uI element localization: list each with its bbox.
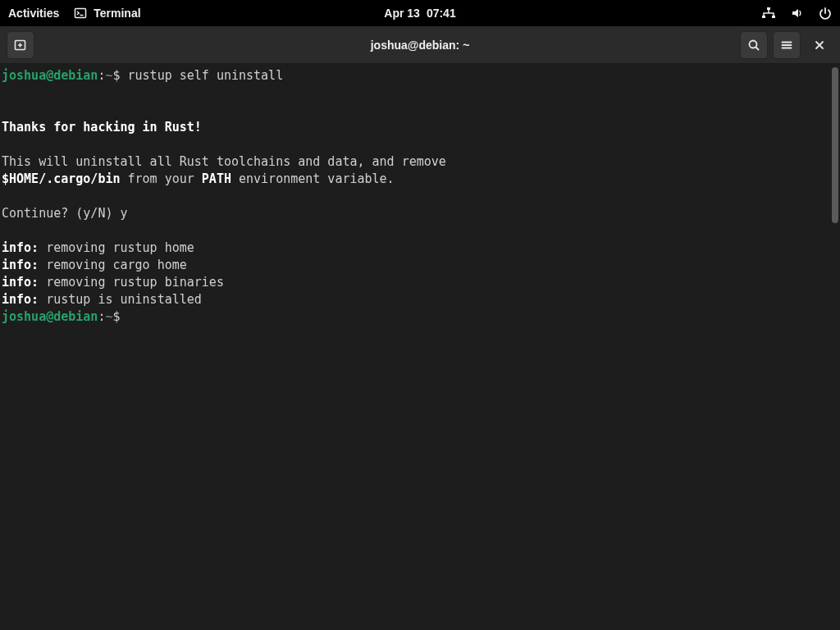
info-prefix-3: info: — [2, 275, 39, 290]
activities-button[interactable]: Activities — [8, 7, 59, 20]
topbar-time: 07:41 — [427, 7, 456, 20]
active-app-name: Terminal — [94, 7, 140, 20]
env-tail: environment variable. — [231, 171, 395, 186]
prompt-user-host-2: joshua@debian — [2, 309, 98, 324]
info-msg-3: removing rustup binaries — [39, 275, 224, 290]
prompt-user-host: joshua@debian — [2, 68, 98, 83]
search-button[interactable] — [740, 31, 768, 59]
topbar-date: Apr 13 — [384, 7, 420, 20]
cargo-bin-path: $HOME/.cargo/bin — [2, 171, 121, 186]
terminal-icon — [74, 7, 87, 20]
command-text: rustup self uninstall — [128, 68, 284, 83]
from-your: from your — [121, 171, 202, 186]
info-prefix-4: info: — [2, 292, 39, 307]
thanks-line: Thanks for hacking in Rust! — [2, 120, 202, 135]
continue-prompt: Continue? (y/N) y — [2, 206, 128, 221]
prompt-symbol-2: $ — [112, 309, 120, 324]
prompt-symbol: $ — [112, 68, 120, 83]
svg-rect-3 — [772, 16, 775, 18]
power-status-icon[interactable] — [819, 7, 832, 20]
terminal-viewport[interactable]: joshua@debian:~$ rustup self uninstall T… — [0, 64, 840, 630]
terminal-output: joshua@debian:~$ rustup self uninstall T… — [0, 64, 840, 329]
info-msg-2: removing cargo home — [39, 258, 187, 272]
clock-button[interactable]: Apr 13 07:41 — [384, 7, 455, 20]
svg-rect-2 — [762, 16, 765, 18]
scrollbar-thumb[interactable] — [832, 67, 838, 223]
menu-button[interactable] — [773, 31, 801, 59]
svg-rect-1 — [767, 7, 770, 10]
active-app-indicator[interactable]: Terminal — [74, 7, 140, 20]
svg-rect-0 — [75, 9, 86, 18]
gnome-top-bar: Activities Terminal Apr 13 07:41 — [0, 0, 840, 26]
close-icon — [814, 39, 825, 51]
info-prefix-2: info: — [2, 258, 39, 272]
new-tab-icon — [13, 38, 28, 52]
new-tab-button[interactable] — [7, 31, 34, 59]
path-word: PATH — [202, 171, 231, 186]
search-icon — [746, 38, 761, 52]
terminal-scrollbar[interactable] — [832, 67, 838, 627]
hamburger-icon — [779, 38, 794, 52]
desc-line: This will uninstall all Rust toolchains … — [2, 154, 446, 169]
network-status-icon[interactable] — [761, 7, 776, 20]
close-window-button[interactable] — [806, 31, 833, 59]
window-title: joshua@debian: ~ — [0, 39, 840, 52]
terminal-header-bar: joshua@debian: ~ — [0, 26, 840, 64]
info-msg-4: rustup is uninstalled — [39, 292, 202, 307]
info-msg-1: removing rustup home — [39, 240, 194, 255]
info-prefix-1: info: — [2, 240, 39, 255]
volume-status-icon[interactable] — [791, 7, 804, 20]
